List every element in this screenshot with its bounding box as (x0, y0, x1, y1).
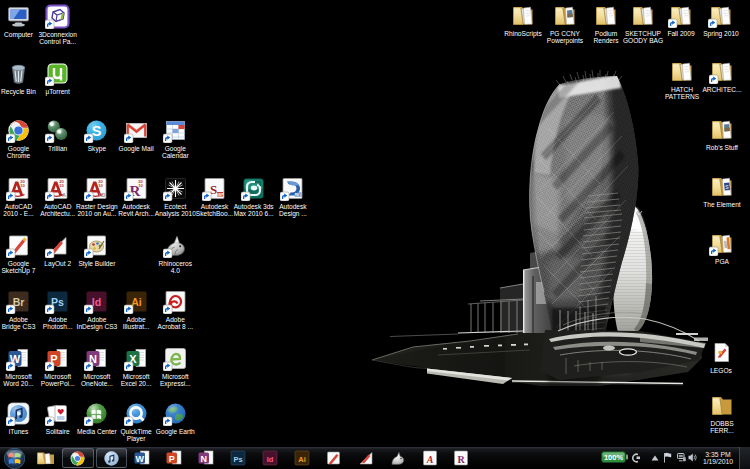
svg-text:REV: REV (295, 193, 302, 197)
svg-text:A: A (426, 454, 434, 465)
svg-text:W: W (135, 454, 144, 464)
svg-text:Id: Id (267, 455, 274, 464)
svg-text:10: 10 (99, 183, 104, 188)
svg-text:N: N (200, 454, 207, 464)
svg-text:A: A (62, 192, 66, 198)
svg-text:SBP: SBP (217, 193, 225, 197)
svg-text:R: R (457, 454, 465, 465)
svg-text:100%: 100% (604, 453, 624, 462)
svg-text:10: 10 (20, 183, 25, 188)
svg-text:Ps: Ps (233, 455, 242, 464)
svg-text:RD: RD (99, 193, 106, 198)
svg-text:Id: Id (92, 296, 101, 308)
svg-text:10: 10 (59, 183, 64, 188)
svg-text:Ai: Ai (298, 455, 306, 464)
svg-text:P: P (169, 454, 175, 464)
